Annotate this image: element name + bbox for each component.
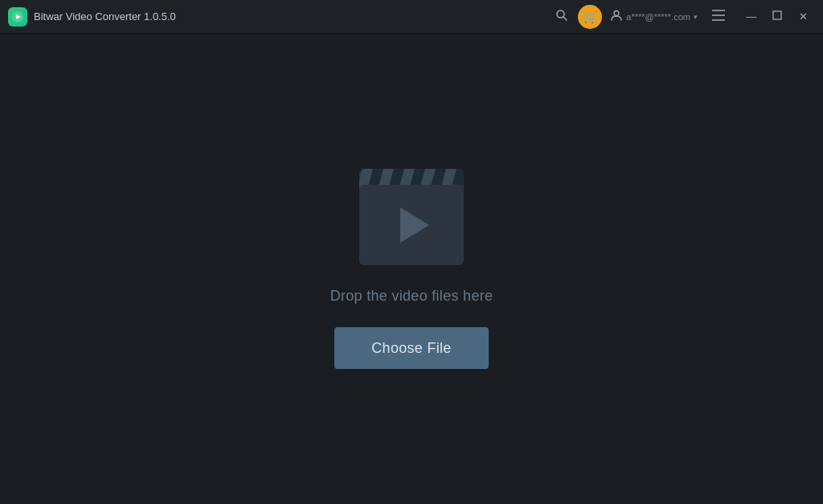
- svg-point-4: [614, 11, 619, 16]
- title-bar-right: 🛒 a****@*****.com ▾: [549, 4, 815, 30]
- shop-icon: 🛒: [583, 10, 597, 23]
- title-bar-left: Bitwar Video Converter 1.0.5.0: [8, 7, 549, 27]
- video-clapperboard-icon: [359, 169, 464, 265]
- choose-file-button[interactable]: Choose File: [334, 327, 489, 369]
- close-icon: ✕: [799, 10, 808, 23]
- drop-text: Drop the video files here: [330, 288, 493, 305]
- minimize-button[interactable]: —: [739, 5, 764, 29]
- app-logo: [8, 7, 27, 27]
- svg-line-3: [563, 17, 567, 20]
- user-icon: [610, 9, 623, 24]
- user-section[interactable]: a****@*****.com ▾: [605, 6, 702, 27]
- chevron-down-icon: ▾: [694, 13, 698, 21]
- maximize-button[interactable]: [765, 5, 789, 29]
- window-controls: — ✕: [739, 5, 815, 29]
- shop-button[interactable]: 🛒: [578, 5, 602, 29]
- search-button[interactable]: [549, 4, 575, 30]
- title-bar: Bitwar Video Converter 1.0.5.0 🛒 a****@*…: [0, 0, 823, 34]
- hamburger-icon: [712, 10, 725, 24]
- search-icon: [555, 9, 568, 24]
- app-title: Bitwar Video Converter 1.0.5.0: [34, 10, 176, 23]
- maximize-icon: [772, 10, 782, 23]
- minimize-icon: —: [747, 10, 757, 23]
- svg-rect-8: [773, 11, 781, 19]
- clapper-body: [359, 185, 464, 265]
- user-email: a****@*****.com: [626, 12, 690, 22]
- play-icon: [400, 207, 429, 243]
- video-icon-wrapper: [359, 169, 464, 265]
- close-button[interactable]: ✕: [791, 5, 815, 29]
- hamburger-button[interactable]: [706, 4, 731, 30]
- main-content: Drop the video files here Choose File: [0, 34, 823, 504]
